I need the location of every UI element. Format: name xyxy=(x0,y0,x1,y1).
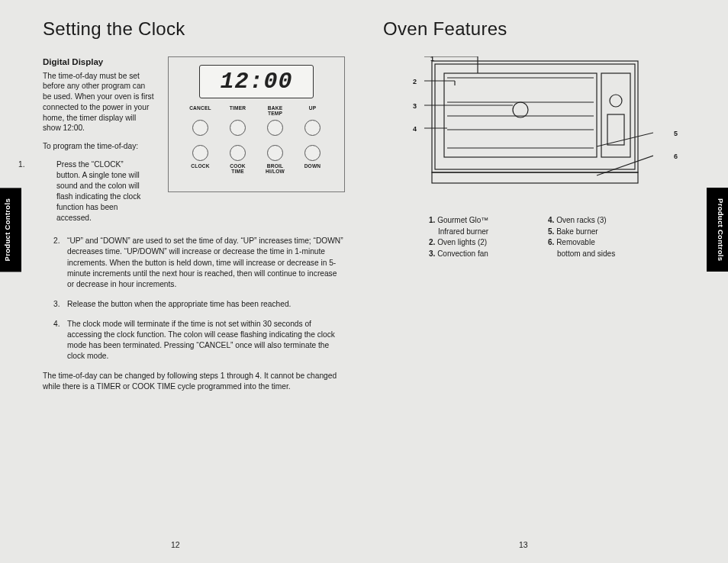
svg-line-19 xyxy=(597,133,653,146)
subhead: Digital Display xyxy=(43,56,154,69)
btn-label-timer: TIMER xyxy=(224,106,252,117)
btn-label-broil: BROILHI/LOW xyxy=(262,164,289,175)
svg-rect-0 xyxy=(435,64,635,169)
side-tab-left: Product Controls xyxy=(0,188,21,272)
footnote: The time-of-day can be changed by follow… xyxy=(43,371,345,392)
left-page: Setting the Clock Digital Display The ti… xyxy=(43,18,345,545)
legend: 1. Gourmet Glo™ Infrared burner 2. Oven … xyxy=(383,215,685,259)
btn-label-cooktime: COOKTIME xyxy=(224,164,252,175)
oven-line-art xyxy=(424,56,653,190)
page-spread: Setting the Clock Digital Display The ti… xyxy=(43,18,685,545)
legend-text: Oven racks (3) xyxy=(556,216,607,224)
intro-block: Digital Display The time-of-day must be … xyxy=(43,56,345,233)
page-title: Setting the Clock xyxy=(43,18,345,40)
legend-text: Removable xyxy=(556,238,595,246)
right-page: Oven Features 1 2 3 4 5 6 xyxy=(383,18,685,545)
legend-sub: Infrared burner xyxy=(429,227,520,238)
btn-label-down: DOWN xyxy=(299,164,327,175)
callout-5: 5 xyxy=(674,130,678,137)
button-row-1 xyxy=(187,120,327,136)
step-4: The clock mode will terminate if the tim… xyxy=(67,319,345,362)
step-1: Press the “CLOCK” button. A single tone … xyxy=(32,159,143,224)
button-row-2 xyxy=(187,145,327,161)
legend-text: Bake burner xyxy=(556,227,598,236)
legend-text: Gourmet Glo™ xyxy=(437,216,488,224)
svg-rect-12 xyxy=(432,172,638,183)
control-panel-diagram: 12:00 CANCEL TIMER BAKETEMP UP xyxy=(168,56,345,192)
button-label-row-1: CANCEL TIMER BAKETEMP UP xyxy=(187,106,327,117)
button-label-row-2: CLOCK COOKTIME BROILHI/LOW DOWN xyxy=(187,164,327,175)
legend-num: 1. xyxy=(429,216,435,224)
svg-point-4 xyxy=(610,95,622,107)
btn-timer xyxy=(230,120,246,136)
oven-diagram: 1 2 3 4 5 6 xyxy=(383,56,685,203)
legend-num: 4. xyxy=(548,216,554,224)
btn-clock xyxy=(192,145,208,161)
btn-cooktime xyxy=(230,145,246,161)
step-3: Release the button when the appropriate … xyxy=(67,299,345,310)
btn-label-clock: CLOCK xyxy=(187,164,214,175)
btn-label-up: UP xyxy=(299,106,327,117)
callout-3: 3 xyxy=(413,102,417,110)
legend-num: 2. xyxy=(429,238,435,246)
legend-num: 6. xyxy=(548,238,554,246)
legend-col-2: 4. Oven racks (3) 5. Bake burner 6. Remo… xyxy=(548,215,639,259)
step-2: “UP” and “DOWN” are used to set the time… xyxy=(67,236,345,289)
btn-cancel xyxy=(192,120,208,136)
btn-up xyxy=(304,120,321,136)
intro-para-1: The time-of-day must be set before any o… xyxy=(43,71,154,134)
svg-rect-2 xyxy=(444,73,597,157)
callout-6: 6 xyxy=(674,153,678,160)
callout-4: 4 xyxy=(413,125,417,133)
legend-num: 3. xyxy=(429,249,435,258)
side-tab-right: Product Controls xyxy=(707,188,728,272)
intro-text: Digital Display The time-of-day must be … xyxy=(43,56,154,233)
btn-broil xyxy=(267,145,283,161)
svg-point-10 xyxy=(513,102,528,117)
callout-2: 2 xyxy=(413,78,417,85)
legend-sub: bottom and sides xyxy=(548,249,639,260)
legend-col-1: 1. Gourmet Glo™ Infrared burner 2. Oven … xyxy=(429,215,520,259)
btn-label-baketemp: BAKETEMP xyxy=(262,106,289,117)
legend-text: Oven lights (2) xyxy=(437,238,487,246)
btn-down xyxy=(304,145,321,161)
lcd-display: 12:00 xyxy=(199,65,314,98)
btn-baketemp xyxy=(267,120,283,136)
page-number-left: 12 xyxy=(171,540,180,549)
legend-num: 5. xyxy=(548,227,554,236)
page-title: Oven Features xyxy=(383,18,685,40)
legend-text: Convection fan xyxy=(437,249,488,258)
page-number-right: 13 xyxy=(519,540,528,549)
intro-para-2: To program the time-of-day: xyxy=(43,141,154,152)
btn-label-cancel: CANCEL xyxy=(187,106,214,117)
